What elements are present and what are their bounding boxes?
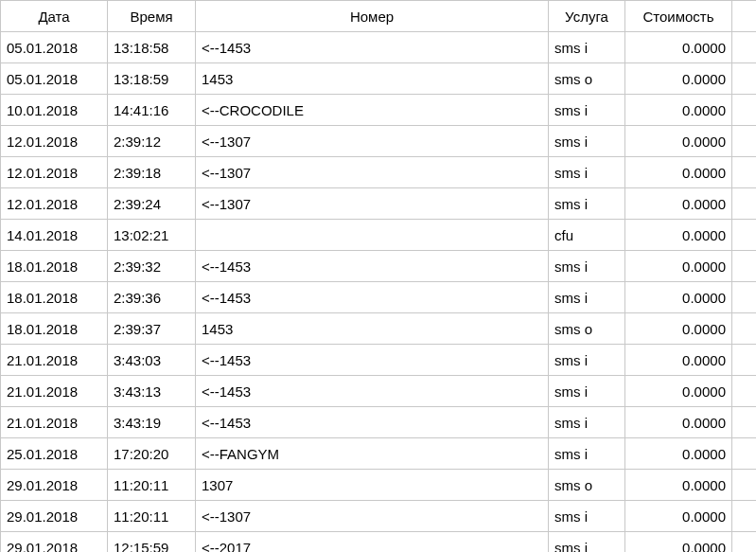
call-log-table: Дата Время Номер Услуга Стоимость 05.01.… [0, 0, 756, 552]
cell-cost: 0.0000 [625, 532, 732, 553]
cell-tail [732, 438, 757, 470]
cell-cost: 0.0000 [625, 32, 732, 63]
cell-tail [732, 188, 757, 220]
cell-date: 05.01.2018 [1, 32, 108, 63]
cell-date: 29.01.2018 [1, 532, 108, 553]
cell-number: <--FANGYM [196, 438, 549, 470]
cell-date: 29.01.2018 [1, 470, 108, 501]
cell-time: 11:20:11 [108, 501, 196, 532]
cell-number: <--1307 [196, 157, 549, 188]
cell-time: 13:18:58 [108, 32, 196, 63]
cell-cost: 0.0000 [625, 438, 732, 470]
cell-date: 25.01.2018 [1, 438, 108, 470]
cell-tail [732, 313, 757, 345]
header-date: Дата [1, 1, 108, 32]
cell-time: 2:39:36 [108, 282, 196, 313]
cell-service: sms i [549, 407, 625, 438]
cell-service: sms i [549, 376, 625, 407]
cell-service: sms i [549, 438, 625, 470]
cell-tail [732, 501, 757, 532]
table-row: 21.01.20183:43:03<--1453sms i0.0000 [1, 345, 757, 376]
cell-service: sms o [549, 63, 625, 95]
cell-service: sms i [549, 532, 625, 553]
cell-number: <--1453 [196, 32, 549, 63]
table-row: 05.01.201813:18:58<--1453sms i0.0000 [1, 32, 757, 63]
cell-time: 2:39:12 [108, 126, 196, 157]
cell-cost: 0.0000 [625, 501, 732, 532]
table-row: 18.01.20182:39:36<--1453sms i0.0000 [1, 282, 757, 313]
table-row: 05.01.201813:18:591453sms o0.0000 [1, 63, 757, 95]
cell-date: 18.01.2018 [1, 251, 108, 282]
cell-number: <--1453 [196, 251, 549, 282]
cell-service: sms i [549, 157, 625, 188]
cell-number: 1453 [196, 313, 549, 345]
cell-cost: 0.0000 [625, 63, 732, 95]
cell-tail [732, 532, 757, 553]
table-row: 18.01.20182:39:32<--1453sms i0.0000 [1, 251, 757, 282]
cell-service: sms i [549, 126, 625, 157]
header-cost: Стоимость [625, 1, 732, 32]
header-row: Дата Время Номер Услуга Стоимость [1, 1, 757, 32]
cell-time: 13:18:59 [108, 63, 196, 95]
cell-number: <--2017 [196, 532, 549, 553]
cell-cost: 0.0000 [625, 313, 732, 345]
cell-tail [732, 157, 757, 188]
cell-service: sms i [549, 95, 625, 126]
cell-tail [732, 95, 757, 126]
cell-tail [732, 220, 757, 251]
cell-time: 11:20:11 [108, 470, 196, 501]
cell-service: sms i [549, 282, 625, 313]
cell-number: <--1307 [196, 126, 549, 157]
cell-tail [732, 32, 757, 63]
cell-number: <--1453 [196, 282, 549, 313]
cell-date: 18.01.2018 [1, 282, 108, 313]
cell-date: 12.01.2018 [1, 188, 108, 220]
cell-time: 12:15:59 [108, 532, 196, 553]
cell-time: 13:02:21 [108, 220, 196, 251]
header-service: Услуга [549, 1, 625, 32]
cell-tail [732, 376, 757, 407]
cell-date: 21.01.2018 [1, 376, 108, 407]
header-number: Номер [196, 1, 549, 32]
cell-tail [732, 407, 757, 438]
table-row: 10.01.201814:41:16<--CROCODILEsms i0.000… [1, 95, 757, 126]
cell-tail [732, 126, 757, 157]
cell-number: <--1307 [196, 188, 549, 220]
cell-time: 14:41:16 [108, 95, 196, 126]
cell-number: <--1453 [196, 345, 549, 376]
cell-time: 17:20:20 [108, 438, 196, 470]
cell-cost: 0.0000 [625, 407, 732, 438]
cell-service: sms o [549, 313, 625, 345]
cell-date: 12.01.2018 [1, 157, 108, 188]
cell-date: 21.01.2018 [1, 407, 108, 438]
cell-tail [732, 282, 757, 313]
cell-service: sms i [549, 345, 625, 376]
table-row: 29.01.201812:15:59<--2017sms i0.0000 [1, 532, 757, 553]
cell-date: 05.01.2018 [1, 63, 108, 95]
cell-time: 3:43:19 [108, 407, 196, 438]
cell-cost: 0.0000 [625, 157, 732, 188]
cell-date: 10.01.2018 [1, 95, 108, 126]
cell-number: <--1453 [196, 376, 549, 407]
cell-date: 18.01.2018 [1, 313, 108, 345]
table-row: 25.01.201817:20:20<--FANGYMsms i0.0000 [1, 438, 757, 470]
table-row: 29.01.201811:20:111307sms o0.0000 [1, 470, 757, 501]
cell-cost: 0.0000 [625, 345, 732, 376]
cell-cost: 0.0000 [625, 188, 732, 220]
cell-tail [732, 63, 757, 95]
cell-number: <--CROCODILE [196, 95, 549, 126]
cell-cost: 0.0000 [625, 126, 732, 157]
table-row: 14.01.201813:02:21cfu0.0000 [1, 220, 757, 251]
table-row: 12.01.20182:39:18<--1307sms i0.0000 [1, 157, 757, 188]
cell-time: 2:39:18 [108, 157, 196, 188]
header-time: Время [108, 1, 196, 32]
cell-time: 2:39:24 [108, 188, 196, 220]
header-tail [732, 1, 757, 32]
cell-service: sms o [549, 470, 625, 501]
table-row: 21.01.20183:43:13<--1453sms i0.0000 [1, 376, 757, 407]
cell-time: 3:43:13 [108, 376, 196, 407]
table-row: 29.01.201811:20:11<--1307sms i0.0000 [1, 501, 757, 532]
cell-service: sms i [549, 501, 625, 532]
cell-number: <--1307 [196, 501, 549, 532]
cell-time: 3:43:03 [108, 345, 196, 376]
